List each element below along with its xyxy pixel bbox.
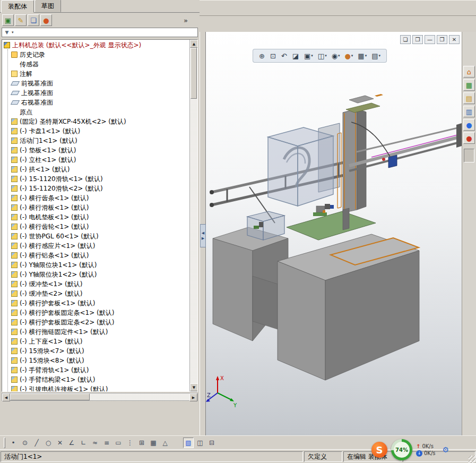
tree-item[interactable]: (-) 15滑块<7> (默认) <box>2 346 189 356</box>
tree-item[interactable]: (-) 横行滑板<1> (默认) <box>2 203 189 212</box>
tree-item[interactable]: (-) 上下座<1> (默认) <box>2 337 189 346</box>
panel-tab-icon-button[interactable]: ● <box>40 14 52 26</box>
tree-item[interactable]: (-) 横行护套板固定条<2> (默认) <box>2 318 189 327</box>
sketch-tool-icon-button[interactable]: ∟ <box>78 438 89 448</box>
sketch-tool-icon-button[interactable]: ╱ <box>31 438 42 448</box>
scroll-up-icon[interactable]: ▲ <box>190 40 198 48</box>
download-arrow-icon[interactable]: ↓ <box>416 450 422 457</box>
tree-item[interactable]: 上视基准面 <box>2 88 189 98</box>
view-mode-icon-button[interactable]: ◫ <box>195 438 205 448</box>
sketch-tool-icon-button[interactable]: ▦ <box>148 438 159 448</box>
tree-item[interactable]: (-) 横行齿轮<1> (默认) <box>2 222 189 231</box>
tree-item[interactable]: 原点 <box>2 107 189 117</box>
panel-tab-icon-button[interactable]: ✎ <box>15 14 27 26</box>
panel-splitter[interactable]: ◀ ▶ <box>200 32 206 435</box>
sketch-tool-icon-button[interactable]: ✕ <box>55 438 65 448</box>
tree-item[interactable]: 前视基准面 <box>2 79 189 88</box>
task-pane-icon-button[interactable]: ▥ <box>463 106 475 117</box>
tree-item[interactable]: 历史记录 <box>2 50 189 59</box>
sketch-tool-icon-button[interactable]: • <box>8 438 19 448</box>
splitter-handle[interactable]: ◀ ▶ <box>200 224 206 247</box>
tree-item[interactable]: (-) 横行感应片<1> (默认) <box>2 241 189 251</box>
tree-item[interactable]: (-) 垫板<1> (默认) <box>2 145 189 155</box>
view-toolbar-icon-button[interactable]: ⊕ <box>257 52 267 61</box>
document-window-button[interactable]: ❐ <box>412 35 423 44</box>
tree-item[interactable]: 注解 <box>2 69 189 79</box>
model-3d[interactable]: X Y Z <box>206 32 462 435</box>
sketch-tool-icon-button[interactable]: ○ <box>43 438 54 448</box>
tree-item[interactable]: (-) 15-1120滑轨<2> (默认) <box>2 184 189 193</box>
scroll-down-icon[interactable]: ▼ <box>190 383 198 391</box>
sketch-tool-icon-button[interactable]: ∠ <box>66 438 77 448</box>
tree-item[interactable]: (-) 卡盘1<1> (默认) <box>2 126 189 136</box>
scrollbar-thumb[interactable] <box>191 48 197 99</box>
scroll-right-icon[interactable]: ▶ <box>189 393 197 401</box>
resize-grip[interactable] <box>469 456 476 463</box>
task-pane-icon-button[interactable]: ● <box>463 119 475 131</box>
document-window-button[interactable]: ✕ <box>449 35 460 44</box>
view-toolbar-icon-button[interactable]: ▦ ▾ <box>356 52 368 61</box>
tree-item[interactable]: (-) Y轴限位块1<1> (默认) <box>2 260 189 270</box>
tree-item[interactable]: (-) 手臂滑轨<1> (默认) <box>2 365 189 375</box>
tree-vertical-scrollbar[interactable]: ▲ ▼ <box>189 40 197 391</box>
document-tab[interactable]: 装配体 <box>1 0 34 13</box>
view-toolbar-icon-button[interactable]: ◪ <box>291 52 301 61</box>
view-toolbar-icon-button[interactable]: ▣ ▾ <box>302 52 315 61</box>
sketch-tool-icon-button[interactable]: △ <box>160 438 170 448</box>
sketch-tool-icon-button[interactable]: ≈ <box>90 438 100 448</box>
task-pane-icon-button[interactable]: ● <box>463 132 475 144</box>
task-pane-icon-button[interactable]: ▤ <box>463 92 475 104</box>
tree-item[interactable]: (-) 手臂结构梁<1> (默认) <box>2 375 189 384</box>
tree-item[interactable]: (-) 横行护套板<1> (默认) <box>2 298 189 308</box>
tree-item[interactable]: (-) 引拔电机连接板<1> (默认) <box>2 384 189 391</box>
sketch-tool-icon-button[interactable]: ⊙ <box>20 438 30 448</box>
tree-item[interactable]: (固定) 圣特斯XCP-45X机<2> (默认) <box>2 117 189 126</box>
tree-item[interactable]: (-) 缓冲垫<1> (默认) <box>2 279 189 289</box>
widget-logo[interactable]: S <box>371 442 387 458</box>
scrollbar-thumb[interactable] <box>10 393 90 400</box>
view-toolbar-icon-button[interactable]: ↶ <box>280 52 289 61</box>
tree-item[interactable]: (-) 缓冲垫<2> (默认) <box>2 289 189 298</box>
task-pane-mini-panel[interactable] <box>464 149 474 162</box>
task-pane-icon-button[interactable]: ⌂ <box>463 66 475 78</box>
tree-horizontal-scrollbar[interactable]: ◀ ▶ <box>2 393 198 401</box>
tree-item[interactable]: 右视基准面 <box>2 98 189 107</box>
sketch-tool-icon-button[interactable]: ⊞ <box>136 438 147 448</box>
view-toolbar-icon-button[interactable]: ◉ ▾ <box>330 52 342 61</box>
tree-item[interactable]: 上料机总装 (默认<<默认>_外观 显示状态>) <box>2 40 189 50</box>
tree-item[interactable]: (-) 电机垫板<1> (默认) <box>2 212 189 222</box>
tree-item[interactable]: (-) 立柱<1> (默认) <box>2 155 189 165</box>
sketch-tool-icon-button[interactable]: ⋮ <box>125 438 135 448</box>
view-toolbar-icon-button[interactable]: ⊡ <box>269 52 278 61</box>
document-window-button[interactable]: — <box>425 35 435 44</box>
tree-item[interactable]: (-) 15滑块<8> (默认) <box>2 356 189 365</box>
graphics-viewport[interactable]: X Y Z ❏ ❐ — ❐ <box>206 32 462 435</box>
document-window-button[interactable]: ❏ <box>400 35 411 44</box>
filter-caret-icon[interactable]: ▾ <box>12 30 14 35</box>
sketch-tool-icon-button[interactable]: ▭ <box>113 438 124 448</box>
view-toolbar-icon-button[interactable]: ◫ ▾ <box>316 52 328 61</box>
progress-ring[interactable]: 74% <box>391 439 412 460</box>
tree-item[interactable]: 传感器 <box>2 59 189 69</box>
sketch-tool-icon-button[interactable]: ≡ <box>101 438 112 448</box>
view-mode-icon-button[interactable]: ⊟ <box>206 438 217 448</box>
tree-item[interactable]: (-) 15-1120滑轨<1> (默认) <box>2 174 189 184</box>
tree-item[interactable]: (-) 世协PGL 60<1> (默认) <box>2 231 189 241</box>
panel-tab-icon-button[interactable]: ▣ <box>2 14 14 26</box>
view-toolbar-icon-button[interactable]: ● ▾ <box>343 52 355 61</box>
filter-input[interactable] <box>16 29 197 36</box>
view-mode-icon-button[interactable]: ▧ <box>183 438 194 448</box>
tree-item[interactable]: (-) Y轴限位块1<2> (默认) <box>2 270 189 279</box>
view-toolbar-icon-button[interactable]: ▤ ▾ <box>370 52 382 61</box>
tree-item[interactable]: (-) 横行铝条<1> (默认) <box>2 251 189 260</box>
scroll-left-icon[interactable]: ◀ <box>2 393 10 401</box>
tree-item[interactable]: (-) 横行护套板固定条<1> (默认) <box>2 308 189 318</box>
tree-item[interactable]: 活动门1<1> (默认) <box>2 136 189 145</box>
tree-item[interactable]: (-) 拱<1> (默认) <box>2 165 189 174</box>
panel-overflow-chevron[interactable]: » <box>181 16 190 24</box>
filter-funnel-icon[interactable]: ▼ <box>2 30 12 35</box>
panel-tab-icon-button[interactable]: ❏ <box>28 14 39 26</box>
tree-item[interactable]: (-) 横行齿条<1> (默认) <box>2 193 189 203</box>
document-tab[interactable]: 草图 <box>34 0 61 12</box>
task-pane-icon-button[interactable]: ▦ <box>463 79 475 91</box>
